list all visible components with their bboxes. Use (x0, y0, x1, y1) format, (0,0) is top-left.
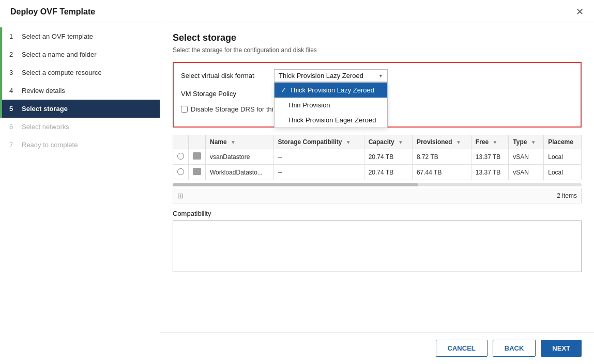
sidebar-item-label-7: Ready to complete (22, 141, 78, 149)
sidebar-item-name-folder[interactable]: 2 Select a name and folder (0, 45, 160, 64)
disk-format-row: Select virtual disk format Thick Provisi… (181, 69, 573, 82)
row1-radio[interactable] (177, 153, 184, 160)
sidebar-item-label-1: Select an OVF template (22, 33, 93, 40)
row2-type: vSAN (509, 165, 544, 180)
sidebar-item-compute[interactable]: 3 Select a compute resource (0, 64, 160, 82)
check-icon: ✓ (281, 86, 286, 94)
sidebar-item-label-4: Review details (22, 87, 65, 94)
scrollbar-thumb[interactable] (173, 183, 418, 186)
step-num-3: 3 (9, 69, 18, 76)
name-filter-icon[interactable]: ▼ (231, 139, 236, 145)
col-type[interactable]: Type ▼ (509, 135, 544, 149)
horizontal-scrollbar[interactable] (173, 183, 582, 186)
compatibility-box (173, 220, 582, 272)
disable-drs-checkbox[interactable] (181, 106, 188, 113)
compatibility-section: Compatibility (173, 210, 582, 272)
table-header-row: Name ▼ Storage Compatibility ▼ Capacity … (173, 135, 582, 149)
step-num-4: 4 (9, 87, 18, 94)
disable-drs-label: Disable Storage DRS for thi (191, 105, 273, 113)
col-name[interactable]: Name ▼ (206, 135, 274, 149)
sidebar-item-review[interactable]: 4 Review details (0, 82, 160, 100)
col-free-label: Free (476, 138, 489, 146)
free-filter-icon[interactable]: ▼ (493, 139, 498, 145)
compat-filter-icon[interactable]: ▼ (346, 139, 351, 145)
col-placement: Placeme (544, 135, 582, 149)
dropdown-option-thick-lazy[interactable]: ✓ Thick Provision Lazy Zeroed (275, 83, 387, 98)
modal: Deploy OVF Template ✕ 1 Select an OVF te… (0, 0, 594, 364)
table-row[interactable]: vsanDatastore -- 20.74 TB 8.72 TB 13.37 … (173, 149, 582, 165)
disk-format-dropdown-btn[interactable]: Thick Provision Lazy Zeroed (274, 69, 388, 82)
step-num-5: 5 (9, 105, 18, 113)
col-radio (173, 135, 189, 149)
row1-provisioned: 8.72 TB (412, 149, 471, 165)
col-storage-compat[interactable]: Storage Compatibility ▼ (273, 135, 364, 149)
dropdown-option-label-3: Thick Provision Eager Zeroed (287, 116, 376, 124)
sidebar-item-complete[interactable]: 7 Ready to complete (0, 136, 160, 154)
close-button[interactable]: ✕ (576, 7, 584, 17)
disk-format-box: Select virtual disk format Thick Provisi… (173, 62, 582, 128)
sidebar-item-networks[interactable]: 6 Select networks (0, 118, 160, 136)
row1-icon-cell (189, 149, 206, 165)
col-type-label: Type (513, 138, 527, 146)
modal-header: Deploy OVF Template ✕ (0, 0, 594, 22)
col-icon (189, 135, 206, 149)
main-content: Select storage Select the storage for th… (160, 22, 594, 364)
col-placement-label: Placeme (548, 138, 573, 146)
back-button[interactable]: BACK (493, 340, 536, 357)
row1-free: 13.37 TB (471, 149, 508, 165)
row1-radio-cell[interactable] (173, 149, 189, 165)
col-capacity[interactable]: Capacity ▼ (364, 135, 412, 149)
step-num-6: 6 (9, 123, 18, 131)
disk-format-control: Thick Provision Lazy Zeroed ✓ Thick Prov… (274, 69, 573, 82)
step-num-2: 2 (9, 51, 18, 58)
provisioned-filter-icon[interactable]: ▼ (456, 139, 461, 145)
step-num-1: 1 (9, 33, 18, 40)
col-capacity-label: Capacity (369, 138, 394, 146)
table-row[interactable]: WorkloadDatasto... -- 20.74 TB 67.44 TB … (173, 165, 582, 180)
disk-format-label: Select virtual disk format (181, 72, 274, 80)
storage-table: Name ▼ Storage Compatibility ▼ Capacity … (173, 135, 582, 180)
col-free[interactable]: Free ▼ (471, 135, 508, 149)
row1-placement: Local (544, 149, 582, 165)
row2-radio[interactable] (177, 168, 184, 175)
row2-radio-cell[interactable] (173, 165, 189, 180)
modal-footer: CANCEL BACK NEXT (160, 332, 594, 364)
row2-free: 13.37 TB (471, 165, 508, 180)
sidebar-item-label-3: Select a compute resource (22, 69, 102, 76)
row2-name: WorkloadDatasto... (206, 165, 274, 180)
row1-capacity: 20.74 TB (364, 149, 412, 165)
cancel-button[interactable]: CANCEL (436, 340, 488, 357)
row2-compat: -- (273, 165, 364, 180)
sidebar-item-label-5: Select storage (22, 105, 68, 113)
sidebar: 1 Select an OVF template 2 Select a name… (0, 22, 160, 364)
row1-name: vsanDatastore (206, 149, 274, 165)
dropdown-option-thick-eager[interactable]: Thick Provision Eager Zeroed (275, 113, 387, 128)
col-compat-label: Storage Compatibility (278, 138, 342, 146)
datastore-icon-2 (193, 168, 201, 175)
dropdown-option-thin[interactable]: Thin Provision (275, 98, 387, 113)
row2-placement: Local (544, 165, 582, 180)
next-button[interactable]: NEXT (541, 340, 582, 357)
empty-check (281, 101, 284, 109)
datastore-icon-1 (193, 152, 201, 160)
row1-compat: -- (273, 149, 364, 165)
row2-capacity: 20.74 TB (364, 165, 412, 180)
compatibility-label: Compatibility (173, 210, 582, 217)
dropdown-option-label-1: Thick Provision Lazy Zeroed (290, 86, 374, 94)
col-name-label: Name (210, 138, 227, 146)
disk-format-selected-value: Thick Provision Lazy Zeroed (279, 72, 363, 80)
capacity-filter-icon[interactable]: ▼ (398, 139, 403, 145)
sidebar-item-label-6: Select networks (22, 123, 69, 131)
step-num-7: 7 (9, 141, 18, 149)
col-provisioned[interactable]: Provisioned ▼ (412, 135, 471, 149)
row2-provisioned: 67.44 TB (412, 165, 471, 180)
resize-icon[interactable]: ⊞ (177, 192, 184, 200)
sidebar-item-select-ovf[interactable]: 1 Select an OVF template (0, 27, 160, 45)
dropdown-option-label-2: Thin Provision (287, 101, 330, 109)
table-footer: ⊞ 2 items (173, 188, 582, 203)
sidebar-item-storage[interactable]: 5 Select storage (0, 100, 160, 118)
vm-storage-label: VM Storage Policy (181, 90, 274, 98)
col-provisioned-label: Provisioned (417, 138, 452, 146)
row1-type: vSAN (509, 149, 544, 165)
type-filter-icon[interactable]: ▼ (531, 139, 536, 145)
